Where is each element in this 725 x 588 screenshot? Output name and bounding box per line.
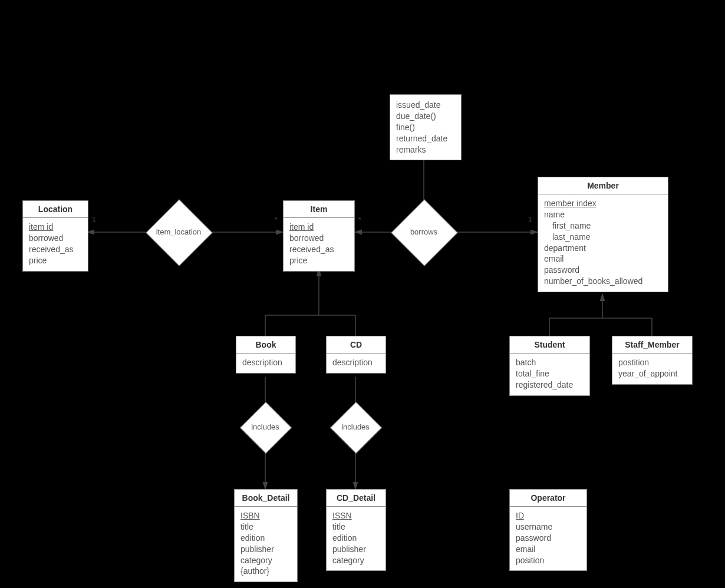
attr-sub: first_name	[544, 220, 662, 232]
rel-includes-cd-label: includes	[335, 422, 376, 431]
entity-book: Book description	[236, 336, 296, 374]
entity-attrs: item id borrowed received_as price	[284, 218, 354, 271]
entity-title: Operator	[510, 490, 586, 507]
entity-staff-member: Staff_Member postition year_of_appoint	[612, 336, 693, 385]
entity-attrs: batch total_fine registered_date	[510, 354, 589, 395]
attr: edition	[240, 533, 291, 544]
attr: department	[544, 243, 662, 254]
attr-pk: ISBN	[240, 510, 291, 521]
attr: password	[544, 265, 662, 276]
attr-pk: item id	[29, 222, 82, 233]
entity-attrs: ISSN title edition publisher category	[327, 507, 385, 570]
entity-member: Member member index name first_name last…	[538, 177, 668, 292]
entity-cd-detail: CD_Detail ISSN title edition publisher c…	[326, 489, 386, 571]
entity-title: Book_Detail	[235, 490, 297, 507]
attr: price	[289, 255, 348, 266]
attr: returned_date	[396, 133, 455, 144]
attr: borrowed	[29, 233, 82, 244]
rel-item-location-label: item_location	[149, 227, 208, 236]
attr-pk: ISSN	[332, 510, 380, 521]
attr: category	[332, 555, 380, 566]
rel-borrows-label: borrows	[400, 227, 447, 236]
entity-title: Book	[236, 336, 295, 354]
attr: position	[516, 555, 581, 566]
entity-title: Student	[510, 336, 589, 354]
attr: received_as	[289, 244, 348, 255]
attr: remarks	[396, 144, 455, 156]
entity-attrs: description	[236, 354, 295, 373]
entity-attrs: item id borrowed received_as price	[23, 218, 88, 271]
attr-pk: ID	[516, 510, 581, 521]
attr: issued_date	[396, 100, 455, 111]
attr: title	[240, 521, 291, 533]
attr: batch	[516, 357, 584, 368]
attr: price	[29, 255, 82, 266]
entity-title: CD	[327, 336, 385, 354]
entity-location: Location item id borrowed received_as pr…	[22, 200, 88, 272]
attr: password	[516, 533, 581, 544]
entity-title: Item	[284, 201, 354, 218]
entity-cd: CD description	[326, 336, 386, 374]
attr: email	[544, 253, 662, 265]
entity-title: CD_Detail	[327, 490, 385, 507]
attr: fine()	[396, 122, 455, 133]
attr-pk: item id	[289, 222, 348, 233]
attr: edition	[332, 533, 380, 544]
rel-includes-book-label: includes	[245, 422, 286, 431]
attr: year_of_appoint	[618, 368, 686, 379]
entity-attrs: member index name first_name last_name d…	[538, 194, 668, 292]
entity-title: Location	[23, 201, 88, 218]
cardinality-member: 1	[528, 216, 532, 224]
entity-student: Student batch total_fine registered_date	[509, 336, 590, 396]
attr: registered_date	[516, 379, 584, 391]
borrows-attributes-box: issued_date due_date() fine() returned_d…	[390, 94, 462, 160]
entity-title: Member	[538, 177, 668, 194]
entity-title: Staff_Member	[612, 336, 692, 354]
attr: borrowed	[289, 233, 348, 244]
entity-attrs: postition year_of_appoint	[612, 354, 692, 384]
attr: title	[332, 521, 380, 533]
attr: email	[516, 544, 581, 555]
attr: {author}	[240, 566, 291, 577]
attr: category	[240, 555, 291, 566]
attr: publisher	[332, 544, 380, 555]
attr: publisher	[240, 544, 291, 555]
entity-attrs: ID username password email position	[510, 507, 586, 570]
entity-operator: Operator ID username password email posi…	[509, 489, 587, 571]
attr: name	[544, 209, 662, 220]
entity-attrs: ISBN title edition publisher category {a…	[235, 507, 297, 582]
cardinality-location: 1	[92, 216, 96, 224]
attr: received_as	[29, 244, 82, 255]
attr: postition	[618, 357, 686, 368]
cardinality-item-right: *	[358, 216, 361, 224]
attr-sub: last_name	[544, 232, 662, 243]
er-diagram-canvas: issued_date due_date() fine() returned_d…	[0, 0, 725, 588]
attr: description	[332, 357, 380, 368]
entity-item: Item item id borrowed received_as price	[283, 200, 355, 272]
entity-book-detail: Book_Detail ISBN title edition publisher…	[234, 489, 298, 582]
attr: username	[516, 521, 581, 533]
cardinality-item-left: *	[275, 216, 278, 224]
attr: description	[242, 357, 289, 368]
attr: due_date()	[396, 111, 455, 122]
attr-pk: member index	[544, 198, 662, 209]
entity-attrs: description	[327, 354, 385, 373]
attr: total_fine	[516, 368, 584, 379]
attr: number_of_books_allowed	[544, 276, 662, 287]
